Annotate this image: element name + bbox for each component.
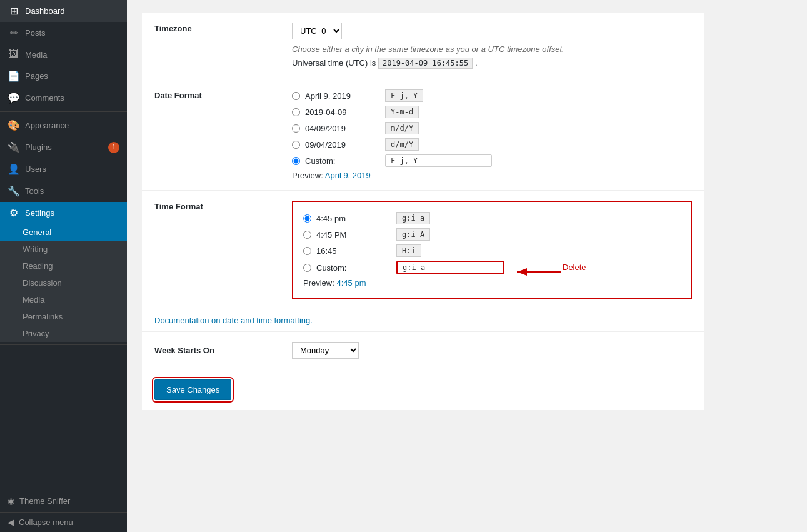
date-format-field: April 9, 2019 F j, Y 2019-04-09 Y-m-d 04… bbox=[292, 89, 692, 180]
date-format-row: Date Format April 9, 2019 F j, Y 2019-04… bbox=[142, 79, 704, 191]
time-format-preview-value: 4:45 pm bbox=[336, 278, 366, 288]
sidebar-item-label: Media bbox=[25, 50, 119, 59]
date-format-option-4: 09/04/2019 d/m/Y bbox=[292, 138, 692, 151]
sidebar-sub-item-media-settings[interactable]: Media bbox=[0, 291, 127, 308]
collapse-menu-button[interactable]: ◀ Collapse menu bbox=[0, 512, 127, 532]
timezone-row: Timezone UTC+0 Choose either a city in t… bbox=[142, 13, 704, 79]
sidebar-item-appearance[interactable]: 🎨 Appearance bbox=[0, 114, 127, 136]
theme-sniffer-icon: ◉ bbox=[8, 496, 14, 506]
sidebar-item-dashboard[interactable]: ⊞ Dashboard bbox=[0, 0, 127, 22]
sidebar-item-users[interactable]: 👤 Users bbox=[0, 158, 127, 180]
time-format-box-wrapper: 4:45 pm g:i a 4:45 PM g:i A 16:45 H:i bbox=[292, 201, 692, 299]
tools-icon: 🔧 bbox=[8, 185, 20, 197]
week-label: Week Starts On bbox=[154, 346, 292, 355]
time-format-code-3: H:i bbox=[396, 244, 421, 257]
doc-link[interactable]: Documentation on date and time formattin… bbox=[154, 316, 313, 325]
sidebar-sub-item-reading[interactable]: Reading bbox=[0, 258, 127, 274]
time-format-label-1: 4:45 pm bbox=[316, 214, 391, 223]
week-row: Week Starts On Monday Sunday Tuesday Wed… bbox=[142, 332, 704, 369]
posts-icon: ✏ bbox=[8, 27, 20, 39]
date-format-radio-3[interactable] bbox=[292, 124, 300, 133]
date-format-custom-input[interactable] bbox=[385, 154, 492, 167]
sidebar-item-label: Dashboard bbox=[25, 6, 119, 16]
date-format-label-1: April 9, 2019 bbox=[305, 91, 380, 101]
sidebar-item-tools[interactable]: 🔧 Tools bbox=[0, 180, 127, 202]
date-format-option-1: April 9, 2019 F j, Y bbox=[292, 89, 692, 102]
time-format-option-4: Custom: bbox=[303, 261, 681, 274]
date-format-option-5: Custom: bbox=[292, 154, 692, 167]
time-format-radio-4[interactable] bbox=[303, 264, 311, 272]
time-format-box: 4:45 pm g:i a 4:45 PM g:i A 16:45 H:i bbox=[292, 201, 692, 299]
time-format-radio-2[interactable] bbox=[303, 231, 311, 239]
plugins-icon: 🔌 bbox=[8, 141, 20, 153]
date-format-code-2: Y-m-d bbox=[385, 106, 419, 118]
sidebar-item-label: Appearance bbox=[25, 121, 119, 130]
time-format-row: Time Format 4:45 pm g:i a 4:45 PM g:i A bbox=[142, 191, 704, 309]
time-format-code-1: g:i a bbox=[396, 212, 430, 224]
date-format-preview-value: April 9, 2019 bbox=[325, 171, 371, 180]
sidebar-item-settings[interactable]: ⚙ Settings bbox=[0, 202, 127, 224]
sidebar-item-label: Pages bbox=[25, 71, 119, 81]
sidebar-item-label: Posts bbox=[25, 28, 119, 38]
dashboard-icon: ⊞ bbox=[8, 5, 20, 17]
date-format-label: Date Format bbox=[154, 89, 292, 100]
pages-icon: 📄 bbox=[8, 70, 20, 82]
sidebar-sub-item-discussion[interactable]: Discussion bbox=[0, 274, 127, 291]
time-format-label-2: 4:45 PM bbox=[316, 230, 391, 239]
sidebar: ⊞ Dashboard ✏ Posts 🖼 Media 📄 Pages 💬 Co… bbox=[0, 0, 127, 532]
time-format-custom-input[interactable] bbox=[396, 261, 504, 274]
week-select[interactable]: Monday Sunday Tuesday Wednesday Thursday… bbox=[292, 342, 359, 359]
sidebar-sub-item-general[interactable]: General bbox=[0, 224, 127, 241]
users-icon: 👤 bbox=[8, 163, 20, 175]
time-format-option-3: 16:45 H:i bbox=[303, 244, 681, 257]
sidebar-item-comments[interactable]: 💬 Comments bbox=[0, 87, 127, 109]
appearance-icon: 🎨 bbox=[8, 119, 20, 131]
doc-row: Documentation on date and time formattin… bbox=[142, 309, 704, 332]
timezone-select[interactable]: UTC+0 bbox=[292, 23, 342, 39]
sidebar-item-plugins[interactable]: 🔌 Plugins 1 bbox=[0, 136, 127, 158]
date-format-preview: Preview: April 9, 2019 bbox=[292, 171, 692, 180]
sidebar-item-theme-sniffer[interactable]: ◉ Theme Sniffer bbox=[0, 490, 127, 512]
time-format-radio-1[interactable] bbox=[303, 214, 311, 223]
sidebar-sub-item-writing[interactable]: Writing bbox=[0, 241, 127, 258]
main-content: Timezone UTC+0 Choose either a city in t… bbox=[127, 0, 807, 532]
timezone-label: Timezone bbox=[154, 23, 292, 33]
date-format-code-4: d/m/Y bbox=[385, 138, 419, 151]
date-format-radio-5[interactable] bbox=[292, 157, 300, 165]
time-format-code-2: g:i A bbox=[396, 228, 430, 241]
date-format-code-1: F j, Y bbox=[385, 89, 423, 102]
sidebar-sub-item-privacy[interactable]: Privacy bbox=[0, 325, 127, 342]
time-format-option-1: 4:45 pm g:i a bbox=[303, 212, 681, 224]
sidebar-sub-item-permalinks[interactable]: Permalinks bbox=[0, 308, 127, 325]
sidebar-item-posts[interactable]: ✏ Posts bbox=[0, 22, 127, 44]
collapse-icon: ◀ bbox=[8, 518, 14, 527]
sidebar-item-media[interactable]: 🖼 Media bbox=[0, 44, 127, 65]
settings-icon: ⚙ bbox=[8, 207, 20, 219]
date-format-code-3: m/d/Y bbox=[385, 122, 419, 134]
delete-label: Delete bbox=[563, 263, 586, 272]
sidebar-item-label: Plugins bbox=[25, 143, 103, 152]
save-btn-row: Save Changes bbox=[142, 369, 704, 410]
time-format-radio-3[interactable] bbox=[303, 247, 311, 255]
save-changes-button[interactable]: Save Changes bbox=[154, 379, 231, 400]
date-format-option-3: 04/09/2019 m/d/Y bbox=[292, 122, 692, 134]
date-format-radio-1[interactable] bbox=[292, 92, 300, 100]
sidebar-item-pages[interactable]: 📄 Pages bbox=[0, 65, 127, 87]
date-format-label-2: 2019-04-09 bbox=[305, 108, 380, 117]
date-format-radio-2[interactable] bbox=[292, 108, 300, 116]
collapse-label: Collapse menu bbox=[19, 518, 73, 527]
utc-display: Universal time (UTC) is 2019-04-09 16:45… bbox=[292, 58, 692, 69]
date-format-label-3: 04/09/2019 bbox=[305, 124, 380, 133]
sidebar-item-label: Comments bbox=[25, 93, 119, 103]
time-format-label-4: Custom: bbox=[316, 263, 391, 273]
utc-value: 2019-04-09 16:45:55 bbox=[378, 58, 473, 69]
timezone-help: Choose either a city in the same timezon… bbox=[292, 44, 692, 54]
date-format-label-5: Custom: bbox=[305, 156, 380, 166]
date-format-radio-4[interactable] bbox=[292, 141, 300, 149]
time-format-option-2: 4:45 PM g:i A bbox=[303, 228, 681, 241]
settings-wrap: Timezone UTC+0 Choose either a city in t… bbox=[142, 13, 704, 410]
sidebar-item-label: Users bbox=[25, 164, 119, 174]
sidebar-bottom: ◉ Theme Sniffer ◀ Collapse menu bbox=[0, 490, 127, 532]
time-format-label-3: 16:45 bbox=[316, 246, 391, 256]
settings-submenu: General Writing Reading Discussion Media… bbox=[0, 224, 127, 342]
